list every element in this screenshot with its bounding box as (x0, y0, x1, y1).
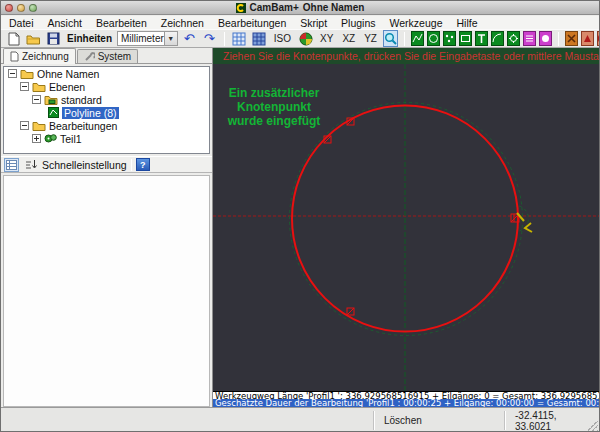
tree-expander[interactable] (8, 69, 17, 78)
alphabetical-sort-icon[interactable] (23, 158, 38, 172)
part-gears-icon (44, 133, 57, 144)
draw-ellipse-icon[interactable] (539, 31, 552, 46)
status-action-cell: Löschen (373, 411, 504, 430)
polyline-icon (48, 107, 59, 118)
close-button[interactable] (5, 4, 13, 12)
tree-item-teil1[interactable]: Teil1 (4, 132, 209, 145)
help-icon[interactable]: ? (136, 158, 150, 171)
app-title: CamBam+ (250, 2, 299, 13)
layer-folder-icon (44, 94, 58, 105)
status-action-label: Löschen (384, 415, 422, 426)
units-label: Einheiten (65, 33, 114, 44)
instruction-bar: Ziehen Sie die Knotenpunkte, drücken Sie… (213, 48, 600, 64)
tree-label: Bearbeitungen (49, 120, 117, 132)
view-yz-button[interactable]: YZ (361, 33, 380, 44)
menu-bar: Datei Ansicht Bearbeiten Zeichnen Bearbe… (1, 16, 599, 29)
tree-label-selected: Polyline (8) (62, 107, 119, 119)
units-combobox[interactable]: Millimeter ▼ (117, 31, 178, 46)
sidebar: Zeichnung System Ohne Namen Ebenen sta (1, 48, 213, 407)
menu-ansicht[interactable]: Ansicht (48, 17, 82, 29)
tree-expander[interactable] (20, 121, 29, 130)
sidebar-tabstrip: Zeichnung System (1, 48, 212, 64)
tree-item-ebenen[interactable]: Ebenen (4, 80, 209, 93)
toolbar-separator (224, 32, 225, 46)
zoom-window-button[interactable] (29, 4, 37, 12)
view-xy-button[interactable]: XY (317, 33, 336, 44)
draw-circle-icon[interactable] (427, 31, 440, 46)
minimize-button[interactable] (17, 4, 25, 12)
toolbar-separator (558, 32, 559, 46)
cambam-window: CamBam+ Ohne Namen Datei Ansicht Bearbei… (0, 0, 600, 432)
categorized-view-icon[interactable] (4, 158, 19, 172)
machining-time-bar: Geschätzte Dauer der Bearbeitung 'Profil… (213, 399, 600, 407)
redo-icon[interactable]: ↷ (201, 31, 218, 47)
status-coordinates-cell: -32.4115, 33.6021 (504, 411, 599, 430)
tree-label: Ohne Namen (37, 68, 99, 80)
menu-hilfe[interactable]: Hilfe (456, 17, 477, 29)
menu-datei[interactable]: Datei (9, 17, 34, 29)
tab-zeichnung[interactable]: Zeichnung (3, 48, 76, 64)
draw-polyline-icon[interactable] (411, 31, 424, 46)
toolpath-length-bar: Werkzeugweg Länge 'Profil1 ': 336.929568… (213, 391, 600, 399)
op-engrave-icon[interactable] (581, 31, 594, 46)
drawing-tree: Ohne Namen Ebenen standard Polyline (8) … (3, 66, 210, 154)
status-message: Ein zusätzlicher Knotenpunkt wurde einge… (219, 86, 329, 128)
draw-text-icon[interactable] (475, 31, 488, 46)
menu-bearbeitungen[interactable]: Bearbeitungen (218, 17, 286, 29)
tree-item-bearbeitungen[interactable]: Bearbeitungen (4, 119, 209, 132)
tree-label: Teil1 (60, 133, 82, 145)
combo-dropdown-icon[interactable]: ▼ (164, 32, 177, 45)
status-bar: Löschen -32.4115, 33.6021 (1, 407, 599, 432)
draw-gear-icon[interactable] (507, 31, 520, 46)
tree-expander[interactable] (32, 134, 41, 143)
tree-item-ohne-namen[interactable]: Ohne Namen (4, 67, 209, 80)
tree-item-polyline[interactable]: Polyline (8) (4, 106, 209, 119)
drawing-canvas[interactable]: Ziehen Sie die Knotenpunkte, drücken Sie… (213, 48, 600, 407)
properties-toolbar: Schnelleinstellung ? (1, 156, 212, 173)
render-view-icon[interactable] (297, 31, 314, 47)
grid-snap-icon[interactable] (231, 31, 248, 47)
menu-werkzeuge[interactable]: Werkzeuge (390, 17, 443, 29)
draw-rectangle-icon[interactable] (459, 31, 472, 46)
drawing-page-icon (10, 51, 19, 62)
app-icon (236, 3, 246, 13)
tree-label: standard (61, 94, 102, 106)
quick-settings-label: Schnelleinstellung (42, 159, 127, 171)
draw-region-icon[interactable] (523, 31, 536, 46)
folder-icon (20, 68, 34, 79)
resize-grip[interactable] (586, 420, 598, 432)
tab-label: System (98, 51, 131, 62)
undo-icon[interactable]: ↶ (181, 31, 198, 47)
menu-plugins[interactable]: Plugins (341, 17, 375, 29)
save-icon[interactable] (45, 31, 62, 47)
properties-panel (3, 175, 210, 407)
tree-item-standard[interactable]: standard (4, 93, 209, 106)
main-toolbar: Einheiten Millimeter ▼ ↶ ↷ ISO XY XZ YZ (1, 29, 599, 48)
draw-points-icon[interactable] (443, 31, 456, 46)
magnifier-icon (384, 32, 397, 45)
node-handle[interactable] (347, 308, 354, 315)
view-iso-button[interactable]: ISO (271, 33, 294, 44)
tree-expander[interactable] (20, 82, 29, 91)
title-bar[interactable]: CamBam+ Ohne Namen (1, 1, 599, 15)
menu-skript[interactable]: Skript (300, 17, 327, 29)
toolbar-separator (131, 159, 132, 171)
draw-arc-icon[interactable] (491, 31, 504, 46)
tree-expander[interactable] (32, 95, 41, 104)
op-drill-icon[interactable] (565, 31, 578, 46)
grid-display-icon[interactable] (251, 31, 268, 47)
tab-label: Zeichnung (22, 51, 69, 62)
document-title: Ohne Namen (303, 2, 365, 13)
toolbar-separator (404, 32, 405, 46)
tab-system[interactable]: System (77, 49, 138, 63)
folder-icon (32, 81, 46, 92)
open-file-icon[interactable] (25, 31, 42, 47)
wrench-icon (84, 52, 95, 62)
menu-bearbeiten[interactable]: Bearbeiten (96, 17, 147, 29)
new-file-icon[interactable] (5, 31, 22, 47)
cursor-coordinates: -32.4115, 33.6021 (515, 410, 583, 432)
folder-icon (32, 120, 46, 131)
menu-zeichnen[interactable]: Zeichnen (161, 17, 204, 29)
zoom-extents-button[interactable] (383, 30, 398, 47)
view-xz-button[interactable]: XZ (339, 33, 358, 44)
